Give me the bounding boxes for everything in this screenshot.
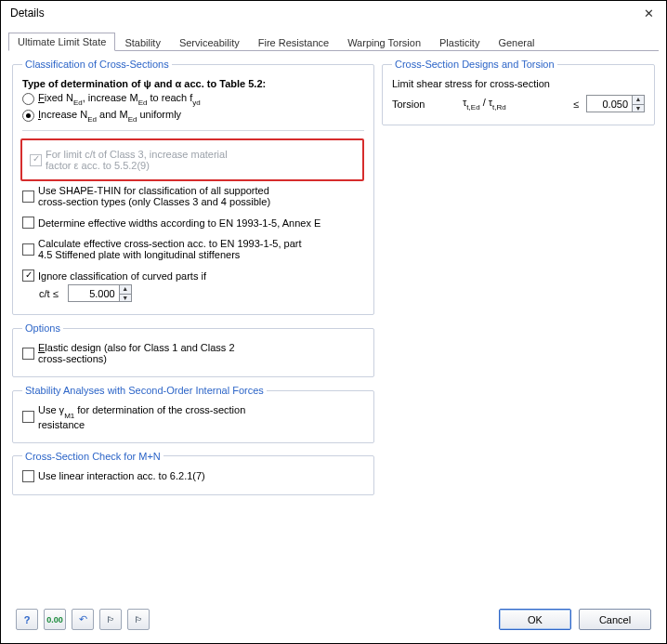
chevron-down-icon: ▼	[632, 104, 645, 113]
torsion-spinner[interactable]: ▲▼	[586, 95, 645, 112]
check-effective-widths-label: Determine effective widths according to …	[38, 217, 320, 229]
tab-ultimate-limit-state[interactable]: Ultimate Limit State	[8, 33, 115, 51]
checkbox-icon	[22, 191, 34, 203]
cancel-button[interactable]: Cancel	[579, 609, 651, 630]
units-button[interactable]: 0.00	[44, 609, 66, 630]
checkbox-icon	[22, 470, 34, 482]
ct-spinner[interactable]: ▲▼	[68, 284, 132, 302]
tab-serviceability[interactable]: Serviceability	[170, 33, 249, 51]
help-icon: ?	[24, 614, 31, 625]
check-ignore-curved[interactable]: Ignore classification of curved parts if	[22, 269, 364, 282]
legend-stability: Stability Analyses with Second-Order Int…	[22, 385, 267, 396]
flag-icon: 🏳	[107, 615, 115, 624]
group-mn-check: Cross-Section Check for M+N Use linear i…	[12, 451, 374, 495]
checkbox-icon	[22, 217, 34, 229]
check-linear-label: Use linear interaction acc. to 6.2.1(7)	[38, 470, 205, 481]
legend-options: Options	[22, 322, 63, 334]
close-icon[interactable]: ✕	[638, 7, 659, 20]
group-options: Options Elastic design (also for Class 1…	[12, 322, 374, 377]
spinner-buttons[interactable]: ▲▼	[119, 284, 132, 302]
bottom-bar: ? 0.00 ↶ 🏳 🏳 OK Cancel	[8, 603, 659, 637]
checkbox-icon	[22, 269, 34, 282]
tab-warping-torsion[interactable]: Warping Torsion	[338, 33, 430, 51]
checkbox-icon	[22, 348, 34, 360]
radio-increase-label: Increase NEd and MEd uniformly	[38, 109, 181, 123]
tab-plasticity[interactable]: Plasticity	[430, 33, 489, 51]
national-annex-button[interactable]: 🏳	[99, 609, 122, 630]
chevron-up-icon: ▲	[632, 95, 645, 104]
tab-general[interactable]: General	[489, 33, 543, 51]
group-stability: Stability Analyses with Second-Order Int…	[12, 385, 374, 442]
client-area: Ultimate Limit State Stability Serviceab…	[1, 25, 666, 643]
reset-button[interactable]: ↶	[72, 609, 94, 630]
radio-icon	[22, 93, 34, 105]
radio-increase-uniformly[interactable]: Increase NEd and MEd uniformly	[22, 109, 364, 123]
ok-button[interactable]: OK	[499, 609, 571, 630]
ct-label: c/t ≤	[39, 288, 59, 299]
chevron-down-icon: ▼	[119, 294, 132, 303]
check-gamma-m1[interactable]: Use γM1 for determination of the cross-s…	[22, 404, 364, 429]
check-calc-effective-cs[interactable]: Calculate effective cross-section acc. t…	[22, 238, 364, 260]
radio-icon	[22, 110, 34, 122]
less-equal-label: ≤	[573, 99, 579, 110]
undo-icon: ↶	[79, 613, 87, 625]
group-classification: Classification of Cross-Sections Type of…	[12, 59, 374, 315]
radio-fixed-ned[interactable]: Fixed NEd, increase MEd to reach fyd	[22, 92, 364, 106]
check-shape-thin[interactable]: Use SHAPE-THIN for classification of all…	[22, 185, 364, 207]
legend-classification: Classification of Cross-Sections	[22, 59, 172, 70]
titlebar: Details ✕	[1, 1, 666, 25]
spinner-buttons[interactable]: ▲▼	[632, 95, 645, 112]
legend-mn-check: Cross-Section Check for M+N	[22, 451, 163, 462]
national-annex-alt-button[interactable]: 🏳	[127, 609, 150, 630]
ct-input[interactable]	[68, 284, 120, 302]
checkbox-icon	[22, 411, 34, 423]
help-button[interactable]: ?	[16, 609, 38, 630]
window-title: Details	[10, 7, 45, 20]
check-elastic-label: Elastic design (also for Class 1 and Cla…	[38, 342, 235, 364]
check-calc-effective-cs-label: Calculate effective cross-section acc. t…	[38, 238, 302, 260]
classification-heading: Type of determination of ψ and α acc. to…	[22, 78, 364, 89]
check-effective-widths[interactable]: Determine effective widths according to …	[22, 217, 364, 229]
check-ignore-curved-label: Ignore classification of curved parts if	[38, 270, 206, 282]
tab-stability[interactable]: Stability	[115, 33, 170, 51]
checkbox-icon	[30, 154, 42, 166]
ok-cancel: OK Cancel	[499, 609, 651, 630]
torsion-label: Torsion	[392, 99, 459, 110]
tool-buttons: ? 0.00 ↶ 🏳 🏳	[16, 609, 150, 630]
torsion-row: Torsion τt,Ed / τt,Rd ≤ ▲▼	[392, 95, 645, 112]
check-class3-epsilon: For limit c/t of Class 3, increase mater…	[30, 149, 355, 171]
torsion-shear-label: Limit shear stress for cross-section	[392, 78, 645, 89]
legend-torsion: Cross-Section Designs and Torsion	[392, 59, 557, 70]
highlight-class3-epsilon: For limit c/t of Class 3, increase mater…	[20, 138, 364, 181]
torsion-ratio: τt,Ed / τt,Rd	[463, 97, 506, 111]
details-dialog: Details ✕ Ultimate Limit State Stability…	[0, 0, 667, 644]
chevron-up-icon: ▲	[119, 284, 132, 294]
check-gamma-label: Use γM1 for determination of the cross-s…	[38, 404, 245, 429]
check-class3-label: For limit c/t of Class 3, increase mater…	[46, 149, 228, 171]
check-shape-thin-label: Use SHAPE-THIN for classification of all…	[38, 185, 270, 207]
checkbox-icon	[22, 243, 34, 256]
ct-limit-row: c/t ≤ ▲▼	[39, 284, 364, 302]
units-icon: 0.00	[46, 615, 63, 624]
torsion-input[interactable]	[586, 95, 633, 112]
group-torsion: Cross-Section Designs and Torsion Limit …	[382, 59, 655, 125]
flag-icon: 🏳	[135, 615, 143, 624]
radio-fixed-label: Fixed NEd, increase MEd to reach fyd	[38, 92, 201, 106]
separator	[22, 130, 364, 131]
check-elastic-design[interactable]: Elastic design (also for Class 1 and Cla…	[22, 342, 364, 364]
check-linear-interaction[interactable]: Use linear interaction acc. to 6.2.1(7)	[22, 470, 364, 482]
tabstrip: Ultimate Limit State Stability Serviceab…	[8, 31, 659, 51]
tab-fire-resistance[interactable]: Fire Resistance	[249, 33, 338, 51]
